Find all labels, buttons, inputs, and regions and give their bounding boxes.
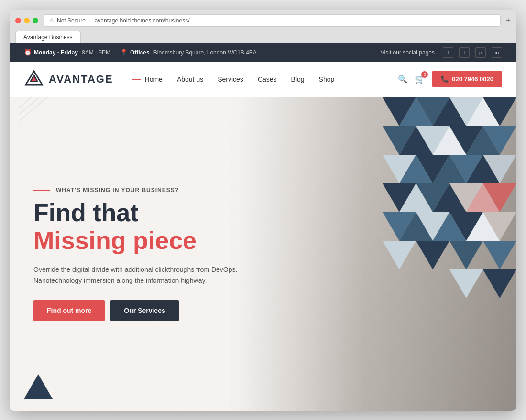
phone-number: 020 7946 0020 [452,75,493,83]
browser-window: ⚠ Not Secure — avantage.bold-themes.com/… [10,10,516,411]
hero-title-2: Missing piece [33,226,244,255]
office-value: Bloomsbury Square, London WC1B 4EA [153,49,257,56]
lock-icon: ⚠ [49,17,54,23]
svg-marker-38 [383,241,416,269]
top-bar-right: Visit our social pages f t p in [381,47,502,58]
logo[interactable]: AVANTAGE [24,69,113,89]
phone-icon: 📞 [441,75,449,83]
fullscreen-dot[interactable] [33,18,38,23]
find-out-more-button[interactable]: Find out more [33,300,105,321]
svg-marker-39 [416,241,449,269]
office-info: 📍 Offices Bloomsbury Square, London WC1B… [120,49,257,56]
svg-marker-41 [483,241,516,269]
svg-marker-40 [449,241,483,269]
browser-tab[interactable]: Avantage Business [15,31,81,43]
eyebrow-line [33,190,50,191]
office-label: Offices [130,49,150,56]
hours-label: Monday - Friday [34,49,78,56]
hero-content: WHAT'S MISSING IN YOUR BUSINESS? Find th… [33,187,244,322]
hero-buttons: Find out more Our Services [33,300,244,321]
location-icon: 📍 [120,49,128,56]
cart-wrapper[interactable]: 🛒 0 [415,74,425,85]
logo-text: AVANTAGE [49,73,113,86]
svg-marker-44 [24,374,53,399]
social-label: Visit our social pages [381,49,435,56]
browser-chrome: ⚠ Not Secure — avantage.bold-themes.com/… [10,10,516,43]
nav-services[interactable]: Services [218,75,243,83]
twitter-icon[interactable]: t [459,47,470,58]
phone-button[interactable]: 📞 020 7946 0020 [432,71,502,87]
eyebrow-text: WHAT'S MISSING IN YOUR BUSINESS? [56,187,179,194]
browser-dots [15,18,38,23]
main-nav: Home About us Services Cases Blog Shop [132,75,398,83]
top-bar-left: ⏰ Monday - Friday 8AM - 9PM 📍 Offices Bl… [24,49,257,56]
close-dot[interactable] [15,18,21,23]
search-icon[interactable]: 🔍 [398,75,407,84]
website-content: ⏰ Monday - Friday 8AM - 9PM 📍 Offices Bl… [10,43,516,411]
url-text: Not Secure — avantage.bold-themes.com/bu… [57,17,189,24]
hero-section: WHAT'S MISSING IN YOUR BUSINESS? Find th… [10,97,516,411]
top-bar: ⏰ Monday - Friday 8AM - 9PM 📍 Offices Bl… [10,43,516,62]
minimize-dot[interactable] [24,18,30,23]
our-services-button[interactable]: Our Services [110,300,178,321]
hours-info: ⏰ Monday - Friday 8AM - 9PM [24,49,110,56]
geometric-triangles [383,97,516,346]
hero-eyebrow: WHAT'S MISSING IN YOUR BUSINESS? [33,187,244,194]
facebook-icon[interactable]: f [443,47,453,58]
nav-about[interactable]: About us [177,75,203,83]
nav-blog[interactable]: Blog [291,75,305,83]
nav-shop[interactable]: Shop [319,75,335,83]
hero-title-1: Find that [33,199,244,226]
svg-marker-42 [449,269,483,298]
linkedin-icon[interactable]: in [492,47,502,58]
new-tab-button[interactable]: + [505,16,511,25]
header-right: 🔍 🛒 0 📞 020 7946 0020 [398,71,502,87]
nav-home[interactable]: Home [132,75,163,83]
clock-icon: ⏰ [24,49,32,56]
hours-value: 8AM - 9PM [82,49,110,56]
address-bar[interactable]: ⚠ Not Secure — avantage.bold-themes.com/… [44,14,501,27]
pinterest-icon[interactable]: p [475,47,486,58]
logo-icon [24,69,44,89]
nav-cases[interactable]: Cases [258,75,277,83]
cart-badge: 0 [421,71,428,78]
deco-lines [19,107,57,121]
svg-marker-43 [483,269,516,298]
triangle-decoration [24,374,53,399]
hero-description: Override the digital divide with additio… [33,265,244,286]
header: AVANTAGE Home About us Services Cases Bl… [10,62,516,97]
